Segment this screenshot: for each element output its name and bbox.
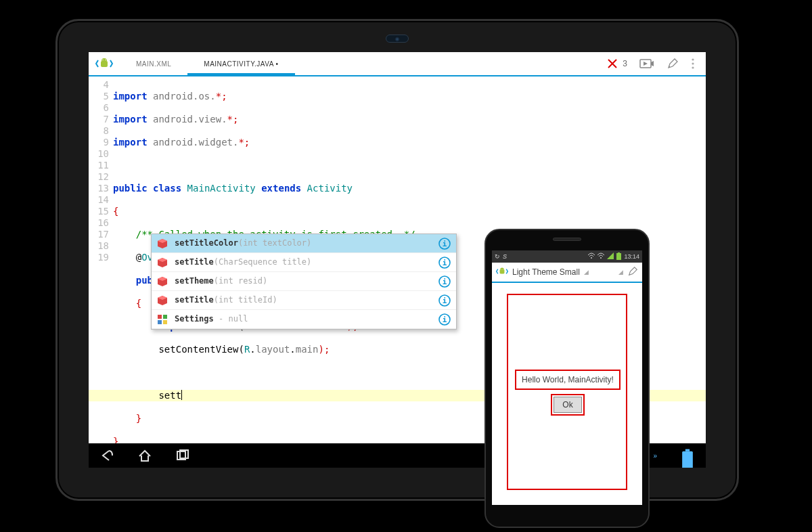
autocomplete-item[interactable]: setTitle(int titleId) i bbox=[152, 291, 456, 310]
tab-main-xml[interactable]: MAIN.XML bbox=[120, 52, 187, 75]
battery-icon bbox=[616, 252, 621, 261]
svg-rect-0 bbox=[101, 61, 108, 67]
svg-point-4 bbox=[692, 58, 694, 60]
phone-appbar: Light Theme Small ◢ ◢ bbox=[492, 263, 642, 283]
sync-icon: ↻ bbox=[495, 253, 500, 260]
app-logo[interactable] bbox=[89, 52, 120, 75]
tablet-camera bbox=[386, 35, 409, 43]
info-icon[interactable]: i bbox=[438, 238, 451, 250]
method-icon bbox=[157, 257, 168, 268]
svg-rect-34 bbox=[682, 451, 693, 468]
class-icon bbox=[157, 314, 168, 325]
s-icon: S bbox=[503, 253, 507, 260]
app-logo[interactable] bbox=[496, 265, 508, 280]
home-button[interactable] bbox=[137, 448, 152, 463]
info-icon[interactable]: i bbox=[438, 257, 451, 269]
ide-topbar: MAIN.XML MAINACTIVITY.JAVA • 3 bbox=[89, 52, 706, 76]
svg-rect-40 bbox=[500, 269, 505, 273]
phone-title[interactable]: Light Theme Small bbox=[512, 267, 580, 277]
edit-icon[interactable] bbox=[627, 266, 638, 279]
phone-screen: ↻ S 13:14 Light Theme Small ◢ ◢ bbox=[492, 250, 642, 505]
dropdown-icon[interactable]: ◢ bbox=[584, 269, 589, 275]
svg-text:i: i bbox=[443, 240, 447, 248]
phone-statusbar: ↻ S 13:14 bbox=[492, 250, 642, 263]
wifi-icon bbox=[588, 252, 595, 261]
layout-content: Hello World, MainActivity! Ok bbox=[511, 370, 625, 416]
svg-point-36 bbox=[591, 257, 592, 259]
wifi-icon bbox=[597, 252, 604, 261]
phone-preview: Hello World, MainActivity! Ok bbox=[492, 283, 642, 505]
phone-speaker bbox=[553, 238, 581, 241]
info-icon[interactable]: i bbox=[438, 313, 451, 326]
svg-rect-16 bbox=[163, 315, 167, 319]
back-button[interactable] bbox=[99, 448, 114, 463]
edit-icon[interactable] bbox=[667, 58, 679, 70]
svg-rect-38 bbox=[616, 253, 621, 260]
toolbar-actions: 3 bbox=[606, 52, 706, 75]
method-icon bbox=[157, 276, 168, 287]
phone-frame: ↻ S 13:14 Light Theme Small ◢ ◢ bbox=[484, 229, 650, 528]
tab-mainactivity-java[interactable]: MAINACTIVITY.JAVA • bbox=[187, 52, 294, 75]
autocomplete-item[interactable]: setTheme(int resid) i bbox=[152, 272, 456, 291]
svg-point-5 bbox=[692, 62, 694, 64]
battery-icon bbox=[680, 448, 695, 463]
dropdown-icon[interactable]: ◢ bbox=[618, 269, 623, 275]
svg-point-2 bbox=[105, 60, 106, 60]
hello-label: Hello World, MainActivity! bbox=[515, 370, 621, 390]
autocomplete-item[interactable]: setTitle(CharSequence title) i bbox=[152, 253, 456, 272]
line-gutter: 4 5 6 7 8 9 10 11 12 13 14 15 16 17 18 1… bbox=[89, 76, 113, 443]
autocomplete-popup[interactable]: setTitleColor(int textColor) i setTitle(… bbox=[151, 234, 457, 330]
svg-text:i: i bbox=[443, 259, 447, 267]
run-icon[interactable] bbox=[639, 58, 654, 70]
svg-rect-15 bbox=[158, 315, 162, 319]
svg-rect-18 bbox=[163, 320, 167, 324]
errors-icon[interactable] bbox=[606, 58, 618, 70]
svg-rect-35 bbox=[685, 449, 690, 451]
signal-icon bbox=[607, 252, 614, 261]
status-time: 13:14 bbox=[624, 253, 639, 260]
text-cursor bbox=[181, 390, 182, 400]
editor-tabs: MAIN.XML MAINACTIVITY.JAVA • bbox=[120, 52, 606, 75]
autocomplete-item[interactable]: setTitleColor(int textColor) i bbox=[152, 234, 456, 253]
svg-rect-39 bbox=[618, 252, 620, 253]
svg-point-1 bbox=[102, 60, 103, 60]
svg-text:i: i bbox=[443, 278, 447, 286]
info-icon[interactable]: i bbox=[438, 294, 451, 307]
svg-text:i: i bbox=[443, 296, 447, 305]
autocomplete-item[interactable]: Settings - null i bbox=[152, 310, 456, 329]
error-count: 3 bbox=[623, 59, 627, 68]
menu-overflow-icon[interactable] bbox=[691, 58, 695, 70]
svg-point-6 bbox=[692, 66, 694, 68]
chevron-icon: » bbox=[653, 452, 657, 460]
recent-apps-button[interactable] bbox=[175, 448, 190, 463]
ok-button[interactable]: Ok bbox=[551, 394, 584, 416]
svg-rect-17 bbox=[158, 320, 162, 324]
method-icon bbox=[157, 295, 168, 306]
method-icon bbox=[157, 238, 168, 249]
info-icon[interactable]: i bbox=[438, 275, 451, 288]
svg-text:i: i bbox=[443, 315, 447, 324]
svg-point-37 bbox=[600, 257, 602, 259]
